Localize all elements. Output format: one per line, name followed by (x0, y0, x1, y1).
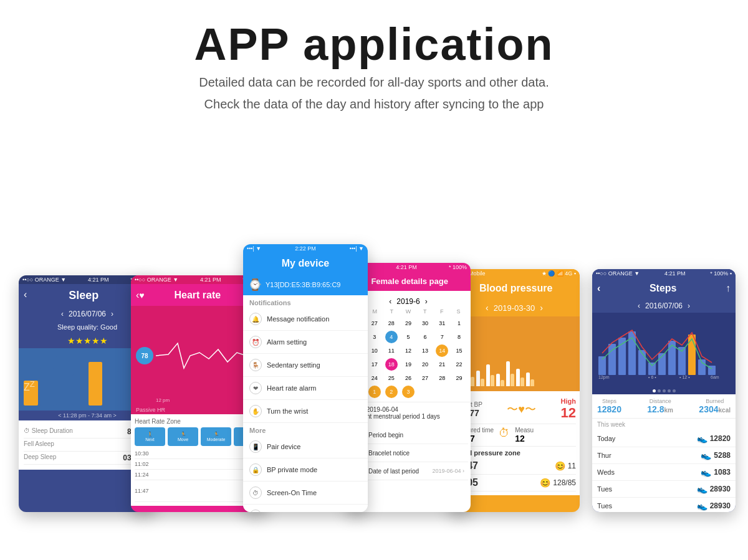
bp-bar-low-2 (481, 379, 484, 386)
bp-zone-title: Blood pressure zone (453, 447, 576, 458)
cal-day-25[interactable]: 25 (385, 372, 398, 384)
sleep-bar-2 (40, 368, 54, 406)
hr-value-badge: 78 (136, 347, 153, 364)
cal-day-7[interactable]: 7 (436, 331, 448, 343)
cal-day-10[interactable]: 10 (368, 344, 381, 357)
menu-pair-device[interactable]: 📱 Pair device (243, 435, 368, 458)
cal-day-3[interactable]: 3 (368, 331, 381, 343)
bp-bar-low-1 (471, 377, 474, 386)
sleep-bar-3 (56, 356, 70, 406)
bp-bar-low-5 (511, 374, 514, 386)
zone-moderate: 🏃Moderate (201, 427, 231, 446)
fell-asleep-label: Fell Asleep (24, 440, 54, 449)
bp-reading-1205: 12:05 😊 128/85 (453, 475, 576, 491)
svg-text:6am: 6am (711, 375, 719, 379)
sleep-bar-6 (104, 371, 118, 406)
svg-rect-7 (668, 341, 676, 375)
menu-alarm-setting[interactable]: ⏰ Alarm setting (243, 331, 368, 354)
cal-day-12[interactable]: 12 (402, 344, 415, 357)
message-notification-label: Message notification (267, 315, 362, 323)
steps-share-icon[interactable]: ↑ (726, 283, 731, 294)
hr-time-label-3: 11:24 (135, 472, 149, 478)
steps-distance-item: Distance 12.8km (647, 398, 673, 414)
zone-next: 🚶Next (135, 427, 165, 446)
hr-title: Heart rate (145, 290, 251, 301)
cal-day-27b[interactable]: 27 (419, 372, 431, 384)
cal-day-31[interactable]: 31 (436, 317, 448, 330)
steps-today-row: Today 👟 12820 (592, 430, 736, 447)
cal-day-22[interactable]: 22 (453, 358, 465, 371)
sedentary-icon: 🪑 (249, 359, 262, 371)
bp-date: 2019-03-30 (494, 303, 535, 313)
cal-day-19[interactable]: 19 (402, 358, 415, 371)
cal-day-21[interactable]: 21 (436, 358, 448, 371)
bp-reading-value-1: 11 (568, 462, 576, 470)
cal-day-6[interactable]: 6 (419, 331, 431, 343)
menu-list: Notifications 🔔 Message notification ⏰ A… (243, 295, 368, 512)
steps-back[interactable]: ‹ (597, 283, 600, 294)
menu-turn-wrist[interactable]: ✋ Turn the wrist (243, 400, 368, 423)
female-title: Female details page (371, 277, 448, 286)
steps-title: Steps (650, 283, 677, 294)
cal-day-1[interactable]: 1 (453, 317, 465, 330)
cal-day-17[interactable]: 17 (368, 358, 381, 371)
bp-bar-pair-2 (476, 371, 484, 386)
steps-burned-item: Burned 2304kcal (699, 398, 731, 414)
cal-day-20[interactable]: 20 (419, 358, 431, 371)
cal-day-5[interactable]: 5 (402, 331, 415, 343)
mydevice-header: My device (243, 253, 368, 274)
cal-day-26b[interactable]: 26 (402, 372, 415, 384)
deep-sleep-label: Deep Sleep (24, 453, 56, 462)
cal-day-24[interactable]: 24 (368, 372, 381, 384)
cal-day-29b[interactable]: 29 (453, 372, 465, 384)
steps-count-value: 12820 (597, 404, 621, 414)
menu-message-notification[interactable]: 🔔 Message notification (243, 308, 368, 331)
clock-icon: ⏱ (499, 427, 510, 444)
svg-rect-2 (618, 338, 626, 375)
steps-header: ‹ Steps ↑ (592, 278, 736, 299)
bp-icon-1: 😊 (555, 461, 565, 471)
cal-day-13[interactable]: 13 (419, 344, 431, 357)
cal-day-3b[interactable]: 3 (402, 386, 415, 398)
cal-day-29[interactable]: 29 (402, 317, 415, 330)
steps-dot-2 (658, 389, 661, 392)
subtitle-line2: Check the data of the day and history af… (0, 95, 748, 113)
bp-bar-high-3 (486, 364, 490, 386)
steps-list: Today 👟 12820 Thur 👟 5288 Weds 👟 1083 Tu… (592, 430, 736, 512)
steps-tues-row-1: Tues 👟 28930 (592, 481, 736, 498)
cal-day-28b[interactable]: 28 (436, 372, 448, 384)
cal-day-4[interactable]: 4 (385, 331, 398, 343)
bp-lowest-row: Lowest BP 115/77 〜♥〜 High 12 (453, 395, 576, 424)
measu-value: 12 (515, 434, 534, 444)
steps-screen: ••○○ ORANGE ▼ 4:21 PM * 100% ▪ ‹ Steps ↑… (592, 269, 736, 512)
cal-day-15[interactable]: 15 (453, 344, 465, 357)
device-id: Y13[DD:E5:3B:B9:65:C9 (266, 281, 340, 288)
cal-day-28[interactable]: 28 (385, 317, 398, 330)
steps-tues-label-1: Tues (597, 485, 697, 493)
steps-count-item: Steps 12820 (597, 398, 621, 414)
cal-day-18[interactable]: 18 (385, 358, 398, 371)
menu-sedentary-setting[interactable]: 🪑 Sedentary setting (243, 354, 368, 377)
cal-day-2b[interactable]: 2 (385, 386, 398, 398)
sleep-duration-label: ⏱ Sleep Duration (24, 427, 73, 436)
menu-heart-rate-alarm[interactable]: ❤ Heart rate alarm (243, 377, 368, 400)
selected-date-label: Tues,2019-06-04 (351, 406, 466, 413)
last-period-label: Date of last period (368, 468, 419, 475)
cal-day-27[interactable]: 27 (368, 317, 381, 330)
cal-day-30[interactable]: 30 (419, 317, 431, 330)
cal-day-11[interactable]: 11 (385, 344, 398, 357)
alarm-setting-label: Alarm setting (267, 338, 362, 346)
menu-screen-on-time[interactable]: ⏱ Screen-On Time (243, 482, 368, 505)
menu-bp-private[interactable]: 🔒 BP private mode (243, 458, 368, 482)
bp-private-icon: 🔒 (249, 463, 262, 476)
bp-reading-value-2: 128/85 (553, 478, 576, 487)
cal-day-1b[interactable]: 1 (368, 386, 381, 398)
cal-day-14[interactable]: 14 (436, 344, 448, 357)
header-section: APP application Detailed data can be rec… (0, 0, 748, 126)
back-arrow[interactable]: ‹ (24, 289, 27, 300)
menu-switch-setting[interactable]: ↔ Switch setting (243, 505, 368, 512)
steps-chart-area: 12pm • 6 • • 12 • 6am (592, 313, 736, 387)
svg-rect-5 (648, 363, 656, 375)
cal-day-8[interactable]: 8 (453, 331, 465, 343)
sleep-bar-4 (72, 374, 87, 406)
